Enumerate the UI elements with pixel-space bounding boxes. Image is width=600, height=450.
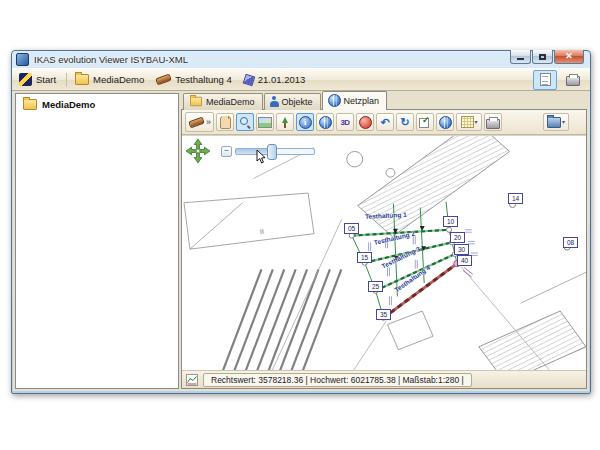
map-navigation-controls: − [185,138,315,164]
status-bar: Rechtswert: 3578218.36 | Hochwert: 60217… [182,370,586,388]
close-icon: ✕ [565,51,573,62]
plant-icon [280,117,290,128]
undo-button[interactable]: ↶ [376,113,394,131]
screenshot-page: IKAS evolution Viewer ISYBAU-XML ✕ Start… [0,0,600,450]
start-button[interactable]: Start [15,71,62,88]
minimize-button[interactable] [510,50,531,64]
chart-status-icon [186,374,198,386]
project-label: MediaDemo [93,74,144,85]
node-05[interactable]: 05 [344,223,359,234]
vegetation-button[interactable] [276,113,294,131]
node-15[interactable]: 15 [357,252,372,263]
main-toolbar: Start MediaDemo Testhaltung 4 21.01.2013 [12,68,590,91]
threed-view-button[interactable]: 3D [336,113,354,131]
section-button[interactable]: Testhaltung 4 [152,72,238,87]
tab-netzplan[interactable]: Netzplan [322,91,388,110]
zoom-out-button[interactable]: − [221,146,232,157]
tab-label: Netzplan [344,96,380,106]
hand-icon [220,116,231,129]
globe-pointer-button[interactable] [436,113,454,131]
tree-item-label: MediaDemo [42,99,95,110]
layers-folder-icon [547,117,561,128]
app-icon [16,53,29,66]
refresh-icon: ↻ [400,117,409,127]
printer-icon [566,76,580,86]
layers-button[interactable]: ▾ [543,113,569,131]
globe-icon [439,116,452,129]
project-tree-panel: MediaDemo [15,93,179,389]
printer-icon [486,119,500,129]
map-canvas[interactable]: − Testhaltung 1 Testh [182,135,586,370]
report-view-button[interactable] [533,70,557,90]
window-controls: ✕ [509,50,584,64]
pan-button[interactable] [216,113,234,131]
select-objects-button[interactable] [416,113,434,131]
title-bar[interactable]: IKAS evolution Viewer ISYBAU-XML ✕ [12,51,590,68]
threed-icon: 3D [340,118,349,127]
tab-bar: MediaDemo Objekte Netzplan [181,93,587,110]
tab-label: MediaDemo [206,97,255,107]
chevron-down-icon: ▾ [475,119,478,125]
window-body: MediaDemo MediaDemo Objekte Netzplan [13,91,589,391]
red-globe-button[interactable] [356,113,374,131]
info-icon: i [299,116,312,129]
maximize-icon [539,54,546,60]
node-30[interactable]: 30 [454,244,469,255]
start-label: Start [36,74,56,85]
tab-objekte[interactable]: Objekte [264,93,321,110]
window-title: IKAS evolution Viewer ISYBAU-XML [34,54,188,65]
building-label: II [260,228,265,235]
coordinates-readout: Rechtswert: 3578218.36 | Hochwert: 60217… [203,373,472,387]
chevron-down-icon: ▾ [562,119,565,125]
main-panel: MediaDemo Objekte Netzplan [181,93,587,389]
app-window: IKAS evolution Viewer ISYBAU-XML ✕ Start… [11,50,591,394]
folder-icon [75,74,89,85]
map-toolbar: » i 3D ↶ ↻ [182,110,586,135]
pipe-tool-group[interactable]: » [185,112,214,132]
tree-item-mediademo[interactable]: MediaDemo [16,94,178,115]
mouse-cursor [256,150,266,164]
globe-icon [319,116,332,129]
globe-icon [328,94,341,107]
zoom-button[interactable] [236,113,254,131]
map-drawing [182,136,586,370]
node-14[interactable]: 14 [508,193,523,204]
select-check-icon [419,116,431,128]
map-print-button[interactable] [484,113,502,131]
grid-options-button[interactable]: ▾ [456,113,482,131]
report-page-icon [540,73,551,86]
cube-icon [242,73,255,86]
zoom-slider[interactable]: − [221,146,315,157]
pipe-icon [188,116,204,128]
maximize-button[interactable] [532,50,553,64]
zoom-slider-track[interactable] [235,148,315,155]
print-button[interactable] [561,70,585,90]
refresh-button[interactable]: ↻ [396,113,414,131]
tab-label: Objekte [282,97,313,107]
magnifier-icon [239,116,251,128]
tab-mediademo[interactable]: MediaDemo [183,93,263,110]
node-10[interactable]: 10 [443,216,458,227]
undo-icon: ↶ [380,117,389,127]
folder-icon [190,97,202,106]
expand-chevron-icon[interactable]: » [206,117,210,127]
ikas-logo-icon [19,73,32,86]
project-button[interactable]: MediaDemo [71,72,150,87]
node-08[interactable]: 08 [563,237,578,248]
image-icon [258,117,272,128]
inspection-date-button[interactable]: 21.01.2013 [240,72,312,87]
image-view-button[interactable] [256,113,274,131]
netzplan-panel: » i 3D ↶ ↻ [181,109,587,389]
node-40[interactable]: 40 [457,255,472,266]
node-25[interactable]: 25 [368,281,383,292]
node-20[interactable]: 20 [450,232,465,243]
globe-view-button[interactable] [316,113,334,131]
pan-cross-control[interactable] [185,138,211,164]
pipe-icon [156,74,172,86]
date-label: 21.01.2013 [258,74,306,85]
zoom-slider-handle[interactable] [267,144,277,160]
node-35[interactable]: 35 [376,309,391,320]
close-button[interactable]: ✕ [554,50,584,64]
minimize-icon [517,58,524,60]
info-button[interactable]: i [296,113,314,131]
